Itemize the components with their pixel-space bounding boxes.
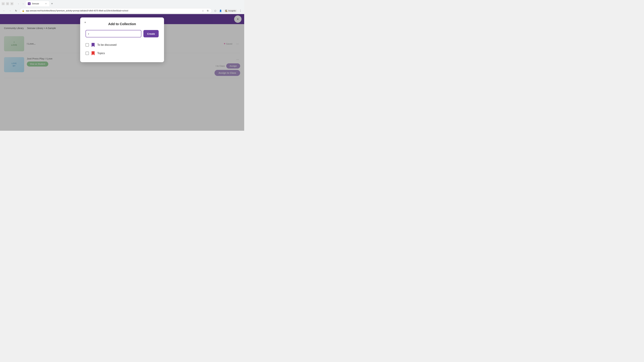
list-item[interactable]: To be discussed <box>86 41 159 49</box>
collection-name-1: To be discussed <box>97 43 116 46</box>
incognito-label: Incognito <box>228 10 236 12</box>
reload-button[interactable]: ↻ <box>14 8 18 13</box>
browser-chrome: — □ × ‹ › S Seesaw × + ← → ↻ 🔒 app.seesa… <box>0 0 244 14</box>
minimize-button[interactable]: — <box>2 2 5 5</box>
collection-list: To be discussed Topics <box>86 41 159 57</box>
bookmark-button[interactable]: ☆ <box>201 9 205 13</box>
collection-name-2: Topics <box>97 52 105 55</box>
modal-overlay: × Add to Collection Create To <box>0 14 244 131</box>
list-item[interactable]: Topics <box>86 49 159 57</box>
collection-checkbox-1[interactable] <box>86 43 89 46</box>
tab-bar: ‹ › S Seesaw × + <box>15 1 242 7</box>
collection-checkbox-2[interactable] <box>86 52 89 55</box>
address-bar-row: ← → ↻ 🔒 app.seesaw.me/#/activities/libra… <box>0 7 244 14</box>
collection-name-input[interactable] <box>86 30 142 37</box>
forward-button[interactable]: → <box>8 8 12 13</box>
address-bar-actions: ☆ ⧉ <box>201 9 210 13</box>
incognito-badge: 🕵 Incognito <box>224 9 237 12</box>
title-bar: — □ × ‹ › S Seesaw × + <box>0 0 244 7</box>
profile-button[interactable]: 👤 <box>218 9 222 13</box>
modal-title: Add to Collection <box>86 22 159 26</box>
lock-icon: 🔒 <box>22 9 24 12</box>
create-collection-button[interactable]: Create <box>144 30 159 37</box>
extensions-button[interactable]: ⧉ <box>206 9 210 13</box>
tab-back-button[interactable]: ‹ <box>16 2 20 6</box>
chrome-menu-button[interactable]: ⋮ <box>238 9 242 13</box>
bookmark-purple-icon <box>91 43 95 47</box>
url-text: app.seesaw.me/#/activities/library?premi… <box>26 9 200 12</box>
add-to-collection-modal: × Add to Collection Create To <box>80 17 164 62</box>
incognito-icon: 🕵 <box>225 10 228 12</box>
back-button[interactable]: ← <box>2 8 6 13</box>
page-content: Resource Library × Community Library See… <box>0 14 244 131</box>
address-bar[interactable]: 🔒 app.seesaw.me/#/activities/library?pre… <box>20 8 212 13</box>
maximize-button[interactable]: □ <box>6 2 9 5</box>
modal-close-button[interactable]: × <box>83 20 88 25</box>
bookmark-red-icon <box>91 51 95 55</box>
tab-close-button[interactable]: × <box>44 2 47 5</box>
tab-favicon: S <box>28 2 30 5</box>
window-controls: — □ × <box>2 2 14 5</box>
tab-title: Seesaw <box>32 2 43 5</box>
window-close-button[interactable]: × <box>10 2 14 5</box>
new-tab-button[interactable]: + <box>50 2 54 6</box>
browser-tab[interactable]: S Seesaw × <box>26 1 49 6</box>
cast-button[interactable]: ⬡ <box>213 9 217 13</box>
tab-forward-button[interactable]: › <box>21 2 25 6</box>
modal-input-row: Create <box>86 30 159 37</box>
